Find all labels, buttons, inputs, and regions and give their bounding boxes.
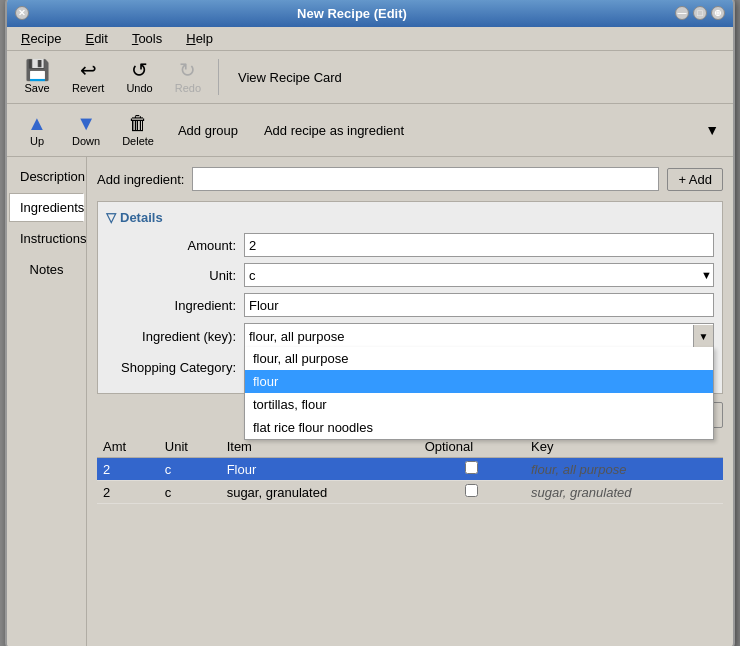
unit-label: Unit: (106, 268, 236, 283)
save-label: Save (24, 82, 49, 94)
ingredient-key-row: Ingredient (key): ▼ flour, all purpose f… (106, 323, 714, 349)
sidebar-tab-instructions-label: Instructions (20, 231, 86, 246)
details-section: ▽ Details Amount: Unit: c ▼ (97, 201, 723, 394)
table-row[interactable]: 2csugar, granulatedsugar, granulated (97, 481, 723, 504)
amount-input[interactable] (244, 233, 714, 257)
sidebar-tab-description-label: Description (20, 169, 85, 184)
add-ingredient-btn-label: + Add (678, 172, 712, 187)
down-label: Down (72, 135, 100, 147)
menu-help[interactable]: Help (180, 29, 219, 48)
table-cell-amt: 2 (97, 481, 159, 504)
ingredient-key-label: Ingredient (key): (106, 329, 236, 344)
table-cell-item: sugar, granulated (221, 481, 419, 504)
down-icon: ▼ (76, 113, 96, 133)
window-title: New Recipe (Edit) (29, 6, 675, 21)
table-cell-optional (419, 481, 525, 504)
details-toggle[interactable]: ▽ Details (106, 210, 714, 225)
delete-button[interactable]: 🗑 Delete (113, 108, 163, 152)
ingredient-key-dropdown-arrow[interactable]: ▼ (693, 325, 713, 347)
optional-checkbox[interactable] (465, 484, 478, 497)
ingredient-key-dropdown: ▼ flour, all purpose flour tortillas, fl… (244, 323, 714, 349)
table-cell-amt: 2 (97, 458, 159, 481)
up-label: Up (30, 135, 44, 147)
sidebar-tab-description[interactable]: Description (9, 162, 84, 191)
table-row[interactable]: 2cFlourflour, all purpose (97, 458, 723, 481)
undo-button[interactable]: ↺ Undo (117, 55, 161, 99)
redo-button[interactable]: ↻ Redo (166, 55, 210, 99)
menu-tools[interactable]: Tools (126, 29, 168, 48)
titlebar-right-controls: — □ ⊕ (675, 6, 725, 20)
details-label: Details (120, 210, 163, 225)
view-recipe-button[interactable]: View Recipe Card (227, 65, 353, 90)
ingredient-key-input[interactable] (245, 324, 693, 348)
add-ingredient-label: Add ingredient: (97, 172, 184, 187)
ingredient-input[interactable] (244, 293, 714, 317)
ingredient-label: Ingredient: (106, 298, 236, 313)
fullscreen-btn[interactable]: ⊕ (711, 6, 725, 20)
ingredient-key-input-wrapper: ▼ (244, 323, 714, 349)
dropdown-item-0[interactable]: flour, all purpose (245, 347, 713, 370)
dropdown-item-2[interactable]: tortillas, flour (245, 393, 713, 416)
table-cell-key: sugar, granulated (525, 481, 723, 504)
menu-recipe[interactable]: Recipe (15, 29, 67, 48)
undo-label: Undo (126, 82, 152, 94)
unit-row: Unit: c ▼ (106, 263, 714, 287)
sidebar-tab-ingredients-label: Ingredients (20, 200, 84, 215)
up-icon: ▲ (27, 113, 47, 133)
sidebar-tab-notes[interactable]: Notes (9, 255, 84, 284)
minimize-btn[interactable]: — (675, 6, 689, 20)
menu-edit[interactable]: Edit (79, 29, 113, 48)
shopping-category-label: Shopping Category: (106, 360, 236, 375)
table-cell-key: flour, all purpose (525, 458, 723, 481)
details-chevron-icon: ▽ (106, 210, 116, 225)
redo-label: Redo (175, 82, 201, 94)
table-header-unit: Unit (159, 436, 221, 458)
add-ingredient-input[interactable] (192, 167, 659, 191)
dropdown-item-3[interactable]: flat rice flour noodles (245, 416, 713, 439)
titlebar: ✕ New Recipe (Edit) — □ ⊕ (7, 0, 733, 27)
add-ingredient-row: Add ingredient: + Add (97, 167, 723, 191)
table-cell-unit: c (159, 481, 221, 504)
ingredients-table: Amt Unit Item Optional Key 2cFlourflour,… (97, 436, 723, 504)
menubar: Recipe Edit Tools Help (7, 27, 733, 51)
unit-select[interactable]: c (244, 263, 714, 287)
delete-icon: 🗑 (128, 113, 148, 133)
titlebar-controls: ✕ (15, 6, 29, 20)
table-cell-optional (419, 458, 525, 481)
toolbar2: ▲ Up ▼ Down 🗑 Delete Add group Add recip… (7, 104, 733, 157)
save-icon: 💾 (25, 60, 50, 80)
undo-icon: ↺ (131, 60, 148, 80)
add-group-button[interactable]: Add group (167, 118, 249, 143)
content-area: Add ingredient: + Add ▽ Details Amount: (87, 157, 733, 646)
sidebar-tab-ingredients[interactable]: Ingredients (9, 193, 84, 222)
down-button[interactable]: ▼ Down (63, 108, 109, 152)
ingredient-row: Ingredient: (106, 293, 714, 317)
main-area: Description Ingredients Instructions Not… (7, 157, 733, 646)
add-ingredient-button[interactable]: + Add (667, 168, 723, 191)
delete-label: Delete (122, 135, 154, 147)
table-cell-unit: c (159, 458, 221, 481)
sidebar: Description Ingredients Instructions Not… (7, 157, 87, 646)
ingredient-key-dropdown-list: flour, all purpose flour tortillas, flou… (244, 347, 714, 440)
up-button[interactable]: ▲ Up (15, 108, 59, 152)
close-btn[interactable]: ✕ (15, 6, 29, 20)
dropdown-item-1[interactable]: flour (245, 370, 713, 393)
sidebar-tab-instructions[interactable]: Instructions (9, 224, 84, 253)
amount-label: Amount: (106, 238, 236, 253)
table-header-amt: Amt (97, 436, 159, 458)
revert-icon: ↩ (80, 60, 97, 80)
toolbar2-chevron[interactable]: ▼ (699, 120, 725, 140)
sidebar-tab-notes-label: Notes (30, 262, 64, 277)
save-button[interactable]: 💾 Save (15, 55, 59, 99)
table-cell-item: Flour (221, 458, 419, 481)
toolbar1-separator (218, 59, 219, 95)
optional-checkbox[interactable] (465, 461, 478, 474)
unit-select-wrapper: c ▼ (244, 263, 714, 287)
add-recipe-ingredient-button[interactable]: Add recipe as ingredient (253, 118, 415, 143)
amount-row: Amount: (106, 233, 714, 257)
revert-button[interactable]: ↩ Revert (63, 55, 113, 99)
toolbar1: 💾 Save ↩ Revert ↺ Undo ↻ Redo View Recip… (7, 51, 733, 104)
app-window: ✕ New Recipe (Edit) — □ ⊕ Recipe Edit To… (5, 0, 735, 646)
maximize-btn[interactable]: □ (693, 6, 707, 20)
redo-icon: ↻ (179, 60, 196, 80)
